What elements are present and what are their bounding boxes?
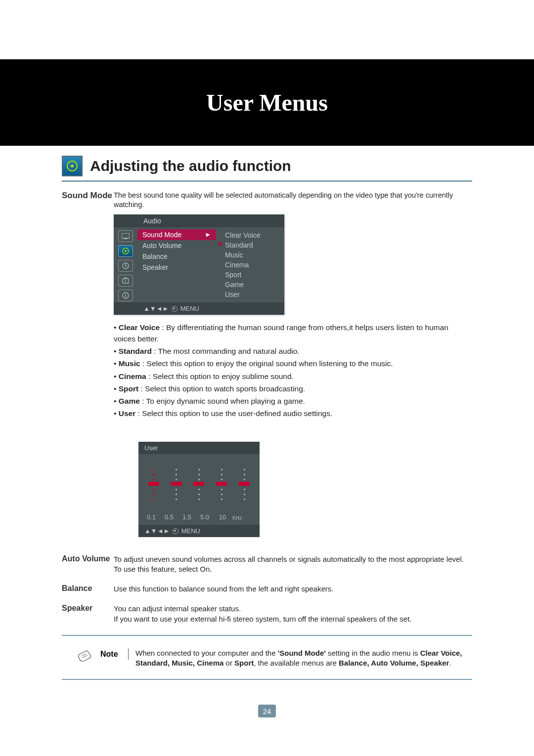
submenu-game[interactable]: Game (225, 280, 284, 290)
note-label: Note (100, 648, 129, 660)
osd-main-list: Sound Mode► Auto Volume Balance Speaker (137, 227, 216, 302)
time-icon (118, 260, 133, 272)
eq-band-0[interactable] (145, 460, 163, 509)
section-title-text: Adjusting the audio function (90, 158, 291, 174)
osd-item-speaker[interactable]: Speaker (137, 262, 216, 273)
sound-mode-label: Sound Mode (62, 191, 114, 201)
auto-volume-label: Auto Volume (62, 554, 114, 563)
eq-band-1[interactable] (168, 460, 185, 509)
osd-title: Audio (114, 214, 284, 227)
svg-point-6 (125, 280, 126, 281)
svg-rect-1 (124, 238, 127, 239)
option-icon (118, 275, 133, 287)
eq-band-4[interactable] (235, 460, 253, 509)
note-block: Note When connected to your computer and… (77, 648, 472, 669)
eq-band-3[interactable] (213, 460, 230, 509)
osd-item-sound-mode[interactable]: Sound Mode► (137, 229, 216, 240)
divider (62, 635, 472, 636)
osd-footer: ▲▼◄► MENU (114, 302, 284, 315)
osd-submenu: Clear Voice Standard Music Cinema Sport … (216, 227, 284, 302)
eq-footer: ▲▼◄► MENU (138, 525, 260, 537)
submenu-user[interactable]: User (225, 290, 284, 299)
osd-audio-menu: Audio (114, 214, 284, 315)
submenu-music[interactable]: Music (225, 250, 284, 260)
svg-text:i: i (125, 293, 127, 298)
page-title: User Menus (206, 89, 328, 116)
submenu-clear-voice[interactable]: Clear Voice (225, 230, 284, 240)
equalizer-panel: User (138, 442, 260, 537)
hand-note-icon (77, 648, 93, 663)
eq-band-2[interactable] (190, 460, 208, 509)
audio-tab-icon (118, 245, 133, 257)
balance-desc: Use this function to balance sound from … (114, 584, 333, 594)
mode-descriptions: • Clear Voice : By differentiating the h… (114, 322, 472, 420)
balance-label: Balance (62, 584, 114, 593)
submenu-standard[interactable]: Standard (225, 240, 284, 250)
svg-rect-0 (122, 233, 130, 238)
auto-volume-desc: To adjust uneven sound volumes across al… (114, 554, 472, 575)
header-band: User Menus (0, 59, 534, 146)
eq-freq-labels: 0.1 0.5 1.5 5.0 10 KHz (138, 512, 260, 525)
sound-mode-intro: The best sound tone quality will be sele… (114, 191, 472, 210)
submenu-sport[interactable]: Sport (225, 270, 284, 280)
section-heading: Adjusting the audio function (62, 156, 472, 182)
osd-icon-column: i (114, 227, 137, 302)
info-icon: i (118, 290, 133, 301)
divider-bottom (62, 679, 472, 680)
note-text: When connected to your computer and the … (135, 648, 472, 669)
equalizer-title: User (138, 442, 260, 454)
submenu-cinema[interactable]: Cinema (225, 260, 284, 270)
chevron-right-icon: ► (205, 231, 211, 238)
picture-icon (118, 230, 133, 242)
speaker-label: Speaker (62, 604, 114, 613)
osd-item-auto-volume[interactable]: Auto Volume (137, 240, 216, 251)
osd-item-balance[interactable]: Balance (137, 251, 216, 262)
page-number: 24 (258, 705, 276, 717)
speaker-desc: You can adjust internal speaker status. … (114, 604, 412, 624)
ok-icon (172, 306, 178, 312)
audio-icon (62, 156, 83, 176)
ok-icon (173, 528, 178, 534)
svg-point-3 (125, 250, 127, 252)
